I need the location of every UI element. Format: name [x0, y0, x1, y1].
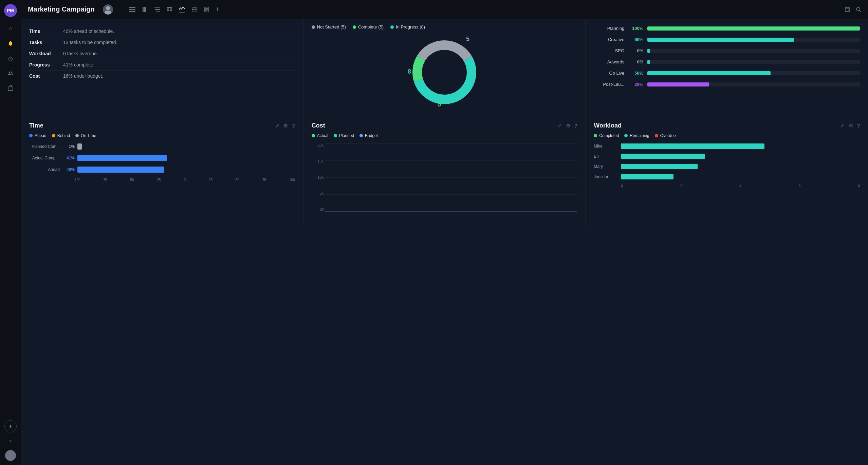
- workload-help-icon[interactable]: ?: [857, 123, 860, 129]
- progress-planning: Planning 100%: [594, 26, 860, 31]
- stat-workload-value: 0 tasks overdue.: [63, 51, 98, 56]
- svg-rect-17: [193, 7, 194, 8]
- svg-rect-11: [167, 7, 172, 8]
- progress-adwords-bar: [647, 60, 860, 64]
- svg-rect-15: [170, 10, 172, 11]
- progress-seo-pct: 0%: [628, 48, 643, 53]
- progress-adwords: Adwords 0%: [594, 59, 860, 64]
- stat-workload-label: Workload: [29, 51, 63, 56]
- tool-dashboard[interactable]: [179, 5, 185, 13]
- project-avatar: [103, 4, 113, 15]
- time-help-icon[interactable]: ?: [292, 123, 295, 129]
- tool-doc[interactable]: [204, 5, 209, 13]
- workload-chart-controls: ⤢ ⚙ ?: [840, 123, 860, 129]
- sidebar-item-team[interactable]: [4, 67, 17, 79]
- workload-bill-label: Bill: [594, 154, 618, 159]
- workload-mike-remaining: [621, 143, 764, 149]
- header-toolbar: +: [129, 5, 839, 13]
- svg-point-26: [856, 7, 860, 11]
- search-icon[interactable]: [856, 7, 861, 12]
- user-avatar[interactable]: [5, 450, 16, 461]
- time-row-planned: Planned Com... 1%: [29, 143, 295, 150]
- cost-help-icon[interactable]: ?: [574, 123, 577, 129]
- svg-point-0: [106, 6, 110, 10]
- stat-tasks-value: 13 tasks to be completed.: [63, 40, 117, 45]
- workload-row-mike: Mike: [594, 143, 860, 149]
- legend-ontime-label: On Time: [81, 133, 96, 138]
- donut-label-bottom: 5: [438, 101, 441, 108]
- stat-time: Time 40% ahead of schedule.: [29, 26, 295, 37]
- svg-rect-9: [155, 9, 160, 10]
- svg-rect-13: [170, 8, 172, 9]
- workload-expand-icon[interactable]: ⤢: [840, 123, 845, 129]
- workload-bill-remaining: [621, 154, 704, 159]
- cost-chart-title: Cost: [312, 122, 557, 129]
- progress-creative-bar: [647, 38, 860, 42]
- tool-board[interactable]: [154, 5, 160, 13]
- tool-table[interactable]: [167, 5, 172, 13]
- svg-rect-19: [192, 9, 197, 10]
- tool-calendar[interactable]: [192, 5, 197, 13]
- workload-settings-icon[interactable]: ⚙: [849, 123, 853, 129]
- tool-gantt[interactable]: [142, 5, 148, 13]
- legend-actual: Actual: [312, 133, 328, 138]
- bottom-row: Time ⤢ ⚙ ? Ahead Behind: [21, 115, 868, 225]
- svg-rect-12: [167, 8, 169, 9]
- page-title: Marketing Campaign: [28, 5, 95, 13]
- progress-adwords-pct: 0%: [628, 59, 643, 64]
- time-row-actual-bar-area: [77, 155, 295, 161]
- print-icon[interactable]: [844, 7, 850, 12]
- progress-creative: Creative 69%: [594, 37, 860, 42]
- sidebar-item-history[interactable]: ◷: [4, 52, 17, 64]
- legend-completed: Completed: [594, 133, 619, 138]
- progress-golive-pct: 58%: [628, 71, 643, 76]
- sidebar-item-home[interactable]: ⌂: [4, 22, 17, 35]
- cost-settings-icon[interactable]: ⚙: [566, 123, 570, 129]
- time-row-ahead-pct: 40%: [62, 167, 75, 172]
- svg-rect-2: [129, 7, 135, 8]
- tool-list[interactable]: [129, 5, 135, 13]
- legend-planned: Planned: [334, 133, 354, 138]
- legend-planned-label: Planned: [339, 133, 354, 138]
- app-logo[interactable]: PM: [4, 4, 17, 17]
- time-chart-panel: Time ⤢ ⚙ ? Ahead Behind: [21, 115, 303, 225]
- sidebar-add-button[interactable]: +: [4, 420, 17, 432]
- donut-chart: 5 8 5: [407, 35, 482, 110]
- time-settings-icon[interactable]: ⚙: [283, 123, 288, 129]
- time-axis: 100 75 50 25 0 25 50 75 100: [29, 178, 295, 182]
- time-row-actual-pct: 41%: [62, 156, 75, 160]
- cost-legend: Actual Planned Budget: [312, 133, 577, 138]
- workload-row-jennifer: Jennifer: [594, 174, 860, 179]
- sidebar-item-notifications[interactable]: [4, 37, 17, 50]
- time-row-planned-pct: 1%: [62, 144, 75, 149]
- progress-golive-label: Go Live: [594, 71, 624, 76]
- time-bar-ahead: [77, 167, 164, 173]
- workload-legend: Completed Remaining Overdue: [594, 133, 860, 138]
- progress-planning-bar: [647, 26, 860, 31]
- time-expand-icon[interactable]: ⤢: [275, 123, 279, 129]
- legend-in-progress: In Progress (8): [390, 24, 425, 30]
- workload-mary-remaining: [621, 164, 697, 169]
- stat-progress-label: Progress: [29, 62, 63, 67]
- time-row-planned-bar-area: [77, 143, 295, 150]
- progress-postlaunch-pct: 29%: [628, 82, 643, 87]
- time-chart-controls: ⤢ ⚙ ?: [275, 123, 295, 129]
- sidebar-help[interactable]: ?: [4, 435, 17, 447]
- progress-panel: Planning 100% Creative 69% SEO 0%: [586, 19, 868, 115]
- svg-rect-10: [156, 11, 160, 12]
- svg-rect-4: [129, 11, 135, 12]
- legend-ahead-label: Ahead: [35, 133, 47, 138]
- time-row-actual: Actual Compl... 41%: [29, 155, 295, 161]
- sidebar-item-briefcase[interactable]: [4, 82, 17, 94]
- progress-planning-pct: 100%: [628, 26, 643, 31]
- progress-postlaunch: Post-Lau... 29%: [594, 82, 860, 87]
- workload-mary-bars: [621, 164, 860, 169]
- tool-add[interactable]: +: [216, 5, 220, 13]
- time-chart-header: Time ⤢ ⚙ ?: [29, 122, 295, 129]
- svg-rect-5: [143, 7, 144, 12]
- stats-panel: Time 40% ahead of schedule. Tasks 13 tas…: [21, 19, 303, 115]
- cost-expand-icon[interactable]: ⤢: [557, 123, 562, 129]
- legend-in-progress-label: In Progress (8): [396, 24, 425, 30]
- svg-line-27: [860, 11, 861, 12]
- time-row-ahead: Ahead 40%: [29, 167, 295, 173]
